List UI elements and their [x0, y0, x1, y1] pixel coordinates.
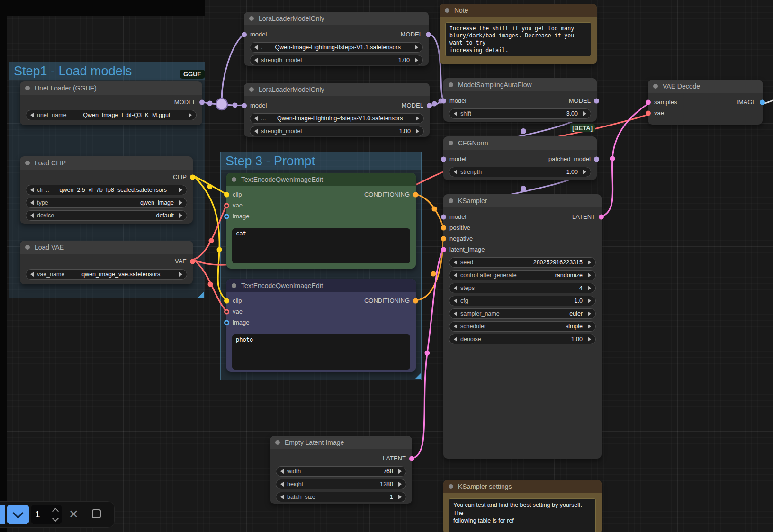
conditioning-output-slot[interactable]: [413, 298, 418, 303]
model-input-slot[interactable]: [441, 98, 446, 103]
increment-arrow-icon[interactable]: [588, 324, 591, 329]
latent-output-slot[interactable]: [599, 214, 604, 219]
queue-options-button[interactable]: [7, 505, 29, 524]
unet-name-widget[interactable]: unet_name Qwen_Image_Edit-Q3_K_M.gguf: [26, 110, 197, 120]
increment-arrow-icon[interactable]: [415, 45, 418, 50]
node-header[interactable]: TextEncodeQwenImageEdit: [226, 173, 416, 186]
decrement-arrow-icon[interactable]: [254, 116, 258, 121]
node-header[interactable]: KSampler: [443, 194, 602, 207]
node-header[interactable]: ModelSamplingAuraFlow: [443, 78, 597, 91]
decrement-arrow-icon[interactable]: [30, 213, 34, 218]
lora-name-widget[interactable]: . Qwen-Image-Lightning-8steps-V1.1.safet…: [250, 42, 423, 53]
denoise-widget[interactable]: denoise 1.00: [449, 334, 596, 344]
node-collapse-dot[interactable]: [249, 87, 254, 92]
control-after-generate-widget[interactable]: control after generate randomize: [449, 270, 596, 280]
decrement-arrow-icon[interactable]: [280, 469, 284, 474]
batch-size-widget[interactable]: batch_size 1: [276, 492, 406, 502]
model-input-slot[interactable]: [441, 214, 446, 219]
decrement-arrow-icon[interactable]: [254, 129, 258, 134]
increment-arrow-icon[interactable]: [179, 272, 182, 277]
decrement-arrow-icon[interactable]: [254, 58, 258, 63]
node-empty-latent-image[interactable]: Empty Latent Image LATENT width 768 heig…: [270, 436, 412, 504]
decrement-arrow-icon[interactable]: [254, 45, 258, 50]
node-collapse-dot[interactable]: [25, 161, 30, 165]
node-header[interactable]: Load CLIP: [20, 156, 193, 170]
decrement-arrow-icon[interactable]: [454, 260, 457, 265]
prompt-textarea[interactable]: cat: [232, 228, 410, 263]
node-collapse-dot[interactable]: [232, 283, 236, 288]
increment-arrow-icon[interactable]: [179, 200, 182, 205]
sampler-name-widget[interactable]: sampler_name euler: [449, 308, 596, 319]
clip-input-slot[interactable]: [224, 298, 229, 303]
steps-widget[interactable]: steps 4: [449, 283, 596, 293]
decrement-arrow-icon[interactable]: [280, 482, 284, 487]
decrement-arrow-icon[interactable]: [454, 298, 457, 303]
node-collapse-dot[interactable]: [449, 484, 453, 489]
node-header[interactable]: CFGNorm: [443, 136, 597, 150]
node-unet-loader[interactable]: Unet Loader (GGUF) MODEL unet_name Qwen_…: [20, 81, 202, 125]
decrement-arrow-icon[interactable]: [454, 324, 457, 329]
node-text-encode-positive[interactable]: TextEncodeQwenImageEdit clip CONDITIONIN…: [226, 173, 416, 269]
node-collapse-dot[interactable]: [445, 8, 449, 13]
node-collapse-dot[interactable]: [232, 177, 236, 182]
vae-input-slot[interactable]: [224, 309, 229, 314]
model-output-slot[interactable]: [199, 99, 205, 105]
increment-arrow-icon[interactable]: [588, 298, 591, 303]
negative-input-slot[interactable]: [441, 236, 446, 241]
node-note-shift[interactable]: Note Increase the shift if you get too m…: [440, 4, 597, 64]
note-textarea[interactable]: You can test and find the best setting b…: [449, 498, 596, 532]
clip-output-slot[interactable]: [190, 174, 195, 180]
increment-arrow-icon[interactable]: [583, 111, 586, 116]
increment-arrow-icon[interactable]: [179, 213, 182, 218]
queue-run-button[interactable]: [0, 505, 5, 524]
increment-arrow-icon[interactable]: [588, 311, 591, 316]
node-load-vae[interactable]: Load VAE VAE vae_name qwen_image_vae.saf…: [20, 241, 193, 284]
node-model-sampling-auraflow[interactable]: ModelSamplingAuraFlow model MODEL shift …: [443, 78, 597, 122]
node-ksampler[interactable]: KSampler model LATENT positive negative …: [443, 194, 602, 459]
width-widget[interactable]: width 768: [276, 466, 406, 477]
node-header[interactable]: LoraLoaderModelOnly: [244, 12, 429, 25]
positive-input-slot[interactable]: [441, 225, 446, 230]
group-step1-title[interactable]: Step1 - Load models: [9, 62, 205, 80]
decrement-arrow-icon[interactable]: [30, 272, 34, 277]
vae-name-widget[interactable]: vae_name qwen_image_vae.safetensors: [26, 269, 187, 280]
prompt-textarea[interactable]: photo: [232, 334, 410, 370]
decrement-arrow-icon[interactable]: [30, 200, 34, 205]
vae-input-slot[interactable]: [224, 203, 229, 208]
stop-icon[interactable]: [92, 509, 101, 518]
seed-widget[interactable]: seed 280252916223315: [449, 257, 596, 268]
node-lora-loader-2[interactable]: LoraLoaderModelOnly model MODEL ... Qwen…: [244, 83, 430, 137]
model-output-slot[interactable]: [426, 32, 431, 37]
increment-arrow-icon[interactable]: [416, 116, 419, 121]
increment-arrow-icon[interactable]: [416, 129, 419, 134]
reroute-node[interactable]: [216, 99, 227, 110]
strength-model-widget[interactable]: strength_model 1.00: [250, 126, 424, 136]
lora-name-widget[interactable]: ... Qwen-Image-Lightning-4steps-V1.0.saf…: [250, 113, 424, 124]
increment-arrow-icon[interactable]: [583, 170, 586, 174]
spinner-down-icon[interactable]: [52, 514, 59, 521]
node-lora-loader-1[interactable]: LoraLoaderModelOnly model MODEL . Qwen-I…: [244, 12, 429, 66]
node-header[interactable]: TextEncodeQwenImageEdit: [226, 279, 416, 292]
image-input-slot[interactable]: [224, 320, 229, 325]
decrement-arrow-icon[interactable]: [454, 273, 457, 278]
scheduler-widget[interactable]: scheduler simple: [449, 321, 596, 332]
decrement-arrow-icon[interactable]: [30, 188, 34, 192]
node-header[interactable]: KSampler settings: [443, 480, 602, 493]
model-output-slot[interactable]: [594, 156, 599, 162]
increment-arrow-icon[interactable]: [398, 469, 402, 474]
node-collapse-dot[interactable]: [249, 16, 254, 21]
vae-output-slot[interactable]: [190, 259, 195, 264]
model-output-slot[interactable]: [427, 103, 432, 108]
node-collapse-dot[interactable]: [275, 440, 280, 445]
node-collapse-dot[interactable]: [25, 86, 30, 90]
clip-input-slot[interactable]: [224, 192, 229, 197]
node-collapse-dot[interactable]: [449, 141, 453, 145]
device-widget[interactable]: device default: [26, 210, 187, 221]
decrement-arrow-icon[interactable]: [454, 337, 457, 342]
note-textarea[interactable]: Increase the shift if you get too many b…: [445, 22, 591, 56]
node-header[interactable]: Empty Latent Image: [270, 436, 412, 449]
cfg-widget[interactable]: cfg 1.0: [449, 296, 596, 306]
node-collapse-dot[interactable]: [449, 198, 453, 203]
strength-model-widget[interactable]: strength_model 1.00: [250, 55, 423, 65]
increment-arrow-icon[interactable]: [588, 337, 591, 342]
